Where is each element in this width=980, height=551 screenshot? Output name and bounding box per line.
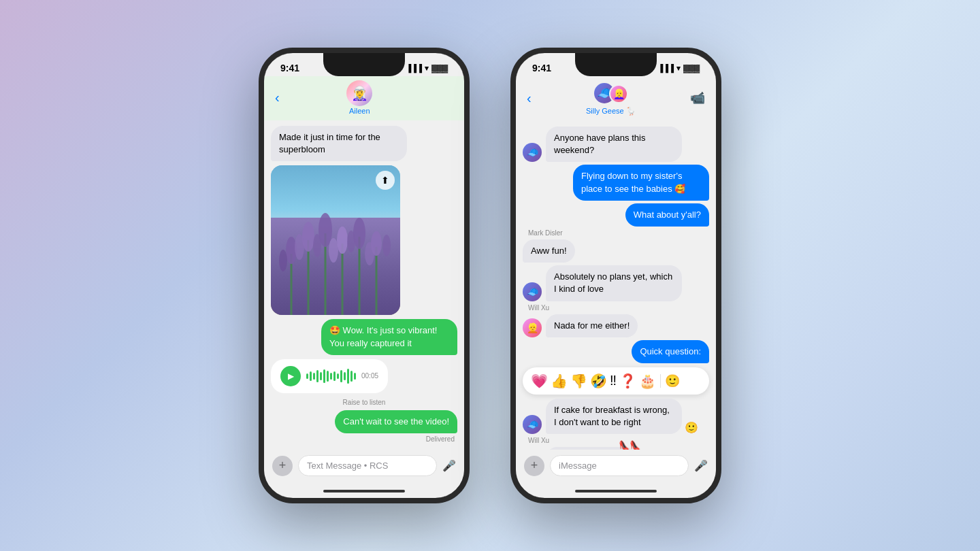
status-bar-1: 9:41 ▐▐▐ ▾ ▓▓▓ [264, 53, 464, 76]
wave-bar [337, 373, 339, 379]
heels-reaction: 👠👠 [619, 440, 640, 450]
photo-content: ⬆ [271, 165, 400, 315]
wifi-icon-2: ▾ [676, 64, 681, 73]
waveform [306, 369, 356, 384]
wave-bar [323, 369, 325, 383]
message-input-2[interactable]: iMessage [550, 455, 689, 476]
bubble-2: 🤩 Wow. It's just so vibrant! You really … [321, 319, 457, 354]
wave-bar [320, 372, 322, 380]
status-time-2: 9:41 [532, 63, 551, 73]
message-input-1[interactable]: Text Message • RCS [298, 455, 437, 476]
nav-bar-2: ‹ 🧢 👱‍♀️ Silly Geese 🪿 📹 [516, 76, 716, 121]
msg-row-g3: What about y'all? [523, 203, 709, 227]
msg-row-g1: 🧢 Anyone have plans this weekend? [523, 127, 709, 162]
bubble-g8: If cake for breakfast is wrong, I don't … [546, 399, 682, 434]
wave-bar [350, 371, 353, 382]
phone-1: 9:41 ▐▐▐ ▾ ▓▓▓ ‹ 🧝‍♀️ Aileen [259, 48, 470, 503]
sender-label-mark: Mark Disler [528, 229, 709, 237]
play-button[interactable]: ▶ [280, 366, 301, 386]
back-button-2[interactable]: ‹ [527, 90, 532, 106]
message-row-3: Can't wait to see the video! [271, 410, 457, 433]
bubble-3: Can't wait to see the video! [335, 410, 457, 433]
bubble-g1: Anyone have plans this weekend? [546, 127, 682, 162]
contact-name-1: Aileen [349, 107, 370, 115]
bubble-g6: Nada for me either! [546, 314, 638, 337]
phones-container: 9:41 ▐▐▐ ▾ ▓▓▓ ‹ 🧝‍♀️ Aileen [259, 48, 721, 503]
bubble-g4: Aww fun! [523, 239, 575, 263]
svg-point-15 [329, 238, 338, 263]
bubble-g5: Absolutely no plans yet, which I kind of… [546, 265, 682, 301]
message-row-image: ⬆ [271, 165, 457, 315]
svg-point-12 [279, 250, 287, 271]
reaction-heart[interactable]: 💗 [531, 373, 548, 389]
home-indicator-2 [575, 490, 657, 492]
wave-bar [347, 369, 349, 384]
voice-duration: 00:05 [361, 372, 378, 380]
wave-bar [333, 371, 336, 381]
msg-row-g5: 🧢 Absolutely no plans yet, which I kind … [523, 265, 709, 301]
smiley-reaction-icon[interactable]: 🙂 [685, 421, 698, 434]
wave-bar [327, 371, 329, 382]
sender-avatar-2: 🧢 [523, 282, 542, 301]
bubble-1: Made it just in time for the superbloom [271, 126, 407, 161]
nav-center-1: 🧝‍♀️ Aileen [346, 80, 372, 115]
battery-icon-2: ▓▓▓ [683, 64, 700, 72]
group-avatar-2: 👱‍♀️ [609, 84, 628, 103]
wave-bar [316, 370, 318, 382]
plus-button-2[interactable]: + [524, 456, 544, 476]
reaction-exclaim[interactable]: ‼️ [610, 373, 617, 388]
message-row-voice: ▶ [271, 359, 457, 393]
back-button-1[interactable]: ‹ [275, 90, 280, 105]
voice-message[interactable]: ▶ [271, 359, 388, 393]
messages-area-1[interactable]: Made it just in time for the superbloom [264, 120, 464, 450]
home-indicator-1 [323, 490, 405, 492]
svg-point-18 [382, 235, 391, 256]
sender-avatar-3: 👱 [523, 318, 542, 337]
mic-icon-1[interactable]: 🎤 [442, 459, 456, 472]
svg-point-14 [313, 234, 321, 257]
wave-bar [310, 371, 312, 381]
video-call-button[interactable]: 📹 [690, 90, 705, 105]
message-row-2: 🤩 Wow. It's just so vibrant! You really … [271, 319, 457, 354]
msg-row-g2: Flying down to my sister's place to see … [523, 165, 709, 200]
phone-2-screen: 9:41 ▐▐▐ ▾ ▓▓▓ ‹ 🧢 👱‍♀️ Silly Geese 🪿 [516, 53, 716, 498]
reaction-question[interactable]: ❓ [619, 373, 636, 389]
msg-row-g4: Aww fun! [523, 239, 709, 263]
bubble-g7: Quick question: [632, 340, 709, 363]
msg-row-g6: 👱 Nada for me either! [523, 314, 709, 337]
group-avatar: 🧢 👱‍♀️ [593, 80, 628, 106]
plus-button-1[interactable]: + [272, 456, 293, 476]
group-name: Silly Geese 🪿 [586, 107, 636, 116]
mic-icon-2[interactable]: 🎤 [694, 459, 708, 472]
sender-avatar-1: 🧢 [523, 143, 542, 162]
message-row-1: Made it just in time for the superbloom [271, 126, 457, 161]
input-bar-2: + iMessage 🎤 [516, 450, 716, 487]
wave-bar [354, 373, 356, 380]
status-icons-1: ▐▐▐ ▾ ▓▓▓ [406, 64, 448, 73]
phone-1-screen: 9:41 ▐▐▐ ▾ ▓▓▓ ‹ 🧝‍♀️ Aileen [264, 53, 464, 498]
reaction-thumbsdown[interactable]: 👎 [570, 373, 587, 389]
reaction-haha[interactable]: 🤣 [590, 373, 607, 389]
wifi-icon: ▾ [425, 64, 429, 73]
status-icons-2: ▐▐▐ ▾ ▓▓▓ [658, 64, 700, 73]
wave-bar [344, 372, 346, 380]
wave-bar [330, 373, 332, 380]
svg-point-13 [295, 234, 304, 260]
bubble-g3: What about y'all? [625, 203, 709, 227]
contact-avatar-1: 🧝‍♀️ [346, 80, 372, 106]
reaction-cake[interactable]: 🎂 [639, 373, 656, 389]
raise-to-listen-label: Raise to listen [271, 399, 457, 406]
more-reactions-icon[interactable]: 🙂 [665, 373, 680, 388]
signal-icon: ▐▐▐ [406, 64, 422, 72]
sender-label-will1: Will Xu [528, 304, 709, 312]
wave-bar [340, 370, 342, 382]
reaction-bar: 💗 👍 👎 🤣 ‼️ ❓ 🎂 🙂 [523, 367, 709, 395]
messages-area-2[interactable]: 🧢 Anyone have plans this weekend? Flying… [516, 121, 716, 450]
wave-bar [313, 373, 315, 380]
msg-row-g8: 🧢 If cake for breakfast is wrong, I don'… [523, 399, 709, 434]
reaction-thumbsup[interactable]: 👍 [551, 373, 568, 389]
photo-message[interactable]: ⬆ [271, 165, 400, 315]
battery-icon: ▓▓▓ [431, 64, 448, 72]
svg-point-17 [365, 242, 374, 265]
status-bar-2: 9:41 ▐▐▐ ▾ ▓▓▓ [516, 53, 716, 76]
